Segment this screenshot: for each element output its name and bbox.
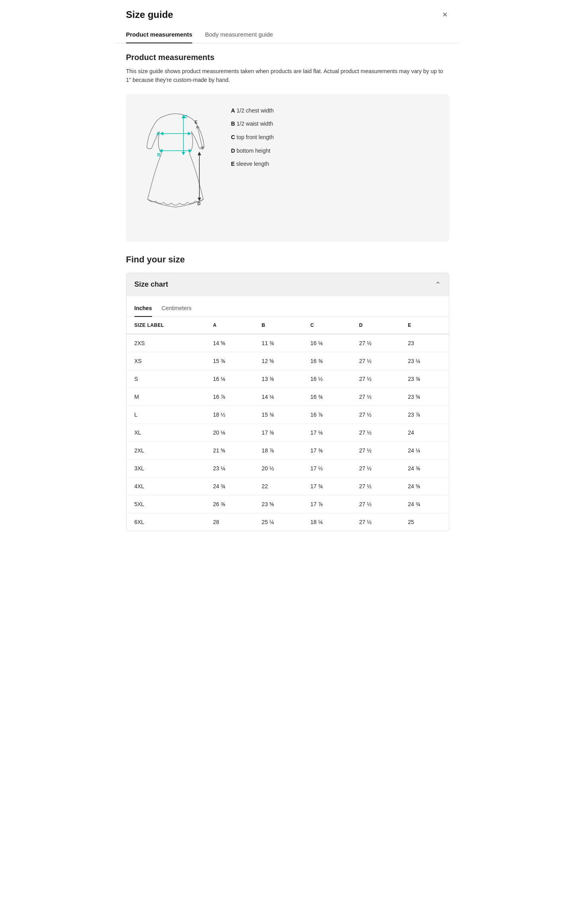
tab-product-measurements[interactable]: Product measurements bbox=[126, 27, 193, 43]
cell-c: 17 ½ bbox=[302, 459, 351, 477]
cell-b: 14 ⅛ bbox=[254, 388, 302, 406]
cell-d: 27 ½ bbox=[351, 370, 400, 388]
cell-d: 27 ½ bbox=[351, 388, 400, 406]
product-description: This size guide shows product measuremen… bbox=[126, 67, 449, 85]
legend-item-a: A 1/2 chest width bbox=[231, 107, 274, 115]
cell-d: 27 ½ bbox=[351, 459, 400, 477]
cell-a: 16 ⅞ bbox=[205, 388, 253, 406]
cell-d: 27 ½ bbox=[351, 513, 400, 531]
cell-e: 23 ⅞ bbox=[400, 406, 448, 423]
unit-tab-inches[interactable]: Inches bbox=[134, 302, 152, 317]
svg-text:C: C bbox=[184, 114, 187, 119]
col-header-c: C bbox=[302, 317, 351, 334]
diagram-box: A B C D E bbox=[126, 94, 449, 242]
cell-e: 23 ¼ bbox=[400, 352, 448, 370]
col-header-e: E bbox=[400, 317, 448, 334]
cell-c: 16 ⅛ bbox=[302, 334, 351, 352]
cell-e: 25 bbox=[400, 513, 448, 531]
legend-item-b: B 1/2 waist width bbox=[231, 120, 274, 128]
find-size-title: Find your size bbox=[126, 254, 449, 265]
cell-size: 3XL bbox=[127, 459, 205, 477]
table-row: XS15 ⅜12 ⅝16 ⅜27 ½23 ¼ bbox=[127, 352, 449, 370]
table-row: M16 ⅞14 ⅛16 ¾27 ½23 ⅝ bbox=[127, 388, 449, 406]
cell-a: 23 ¼ bbox=[205, 459, 253, 477]
col-header-a: A bbox=[205, 317, 253, 334]
table-header-row: SIZE LABEL A B C D E bbox=[127, 317, 449, 334]
content-area: Product measurements This size guide sho… bbox=[117, 43, 459, 544]
cell-a: 15 ⅜ bbox=[205, 352, 253, 370]
svg-text:A: A bbox=[156, 131, 160, 136]
cell-c: 16 ½ bbox=[302, 370, 351, 388]
modal-header: Size guide × bbox=[117, 0, 459, 27]
cell-size: 2XL bbox=[127, 441, 205, 459]
section-title: Product measurements bbox=[126, 53, 449, 62]
cell-size: 5XL bbox=[127, 495, 205, 513]
size-table: SIZE LABEL A B C D E 2XS14 ⅝11 ¾16 ⅛27 ½… bbox=[127, 317, 449, 531]
svg-text:B: B bbox=[157, 152, 160, 157]
tab-bar: Product measurements Body measurement gu… bbox=[117, 27, 459, 43]
dress-diagram: A B C D E bbox=[136, 104, 215, 232]
cell-c: 17 ¾ bbox=[302, 477, 351, 495]
cell-d: 27 ½ bbox=[351, 495, 400, 513]
cell-a: 28 bbox=[205, 513, 253, 531]
cell-b: 18 ⅞ bbox=[254, 441, 302, 459]
cell-e: 24 ¾ bbox=[400, 495, 448, 513]
table-row: XL20 ⅛17 ⅜17 ⅛27 ½24 bbox=[127, 423, 449, 441]
table-row: 6XL2825 ¼18 ⅛27 ½25 bbox=[127, 513, 449, 531]
unit-tab-bar: Inches Centimeters bbox=[127, 296, 449, 317]
svg-text:D: D bbox=[197, 201, 201, 206]
modal-title: Size guide bbox=[126, 9, 173, 20]
cell-b: 23 ⅝ bbox=[254, 495, 302, 513]
cell-e: 23 bbox=[400, 334, 448, 352]
cell-b: 20 ½ bbox=[254, 459, 302, 477]
cell-a: 21 ⅝ bbox=[205, 441, 253, 459]
cell-d: 27 ½ bbox=[351, 352, 400, 370]
cell-c: 16 ⅞ bbox=[302, 406, 351, 423]
cell-size: 6XL bbox=[127, 513, 205, 531]
svg-text:E: E bbox=[195, 120, 197, 124]
cell-size: S bbox=[127, 370, 205, 388]
cell-e: 23 ⅝ bbox=[400, 388, 448, 406]
cell-c: 17 ⅞ bbox=[302, 495, 351, 513]
table-row: S16 ⅛13 ⅜16 ½27 ½23 ⅜ bbox=[127, 370, 449, 388]
cell-b: 17 ⅜ bbox=[254, 423, 302, 441]
cell-a: 14 ⅝ bbox=[205, 334, 253, 352]
cell-a: 20 ⅛ bbox=[205, 423, 253, 441]
cell-d: 27 ½ bbox=[351, 477, 400, 495]
table-row: 2XL21 ⅝18 ⅞17 ⅜27 ½24 ¼ bbox=[127, 441, 449, 459]
cell-c: 16 ⅜ bbox=[302, 352, 351, 370]
chevron-up-icon[interactable]: ⌃ bbox=[435, 280, 441, 289]
col-header-b: B bbox=[254, 317, 302, 334]
size-chart-container: Size chart ⌃ Inches Centimeters SIZE LAB… bbox=[126, 273, 449, 531]
close-button[interactable]: × bbox=[441, 9, 449, 21]
cell-b: 11 ¾ bbox=[254, 334, 302, 352]
unit-tab-centimeters[interactable]: Centimeters bbox=[162, 302, 191, 317]
cell-d: 27 ½ bbox=[351, 441, 400, 459]
cell-e: 24 ⅜ bbox=[400, 459, 448, 477]
cell-e: 24 ⅝ bbox=[400, 477, 448, 495]
table-row: L18 ½15 ¾16 ⅞27 ½23 ⅞ bbox=[127, 406, 449, 423]
table-row: 3XL23 ¼20 ½17 ½27 ½24 ⅜ bbox=[127, 459, 449, 477]
cell-c: 17 ⅜ bbox=[302, 441, 351, 459]
cell-c: 17 ⅛ bbox=[302, 423, 351, 441]
size-chart-header: Size chart ⌃ bbox=[127, 273, 449, 296]
col-header-size: SIZE LABEL bbox=[127, 317, 205, 334]
cell-e: 24 bbox=[400, 423, 448, 441]
table-row: 5XL26 ⅜23 ⅝17 ⅞27 ½24 ¾ bbox=[127, 495, 449, 513]
cell-size: L bbox=[127, 406, 205, 423]
cell-a: 26 ⅜ bbox=[205, 495, 253, 513]
cell-c: 18 ⅛ bbox=[302, 513, 351, 531]
cell-size: M bbox=[127, 388, 205, 406]
cell-size: XS bbox=[127, 352, 205, 370]
cell-size: XL bbox=[127, 423, 205, 441]
measurement-legend: A 1/2 chest width B 1/2 waist width C to… bbox=[231, 104, 274, 168]
tab-body-measurement-guide[interactable]: Body measurement guide bbox=[205, 27, 273, 43]
cell-c: 16 ¾ bbox=[302, 388, 351, 406]
cell-e: 23 ⅜ bbox=[400, 370, 448, 388]
cell-b: 12 ⅝ bbox=[254, 352, 302, 370]
cell-b: 22 bbox=[254, 477, 302, 495]
legend-item-c: C top front length bbox=[231, 134, 274, 142]
cell-b: 13 ⅜ bbox=[254, 370, 302, 388]
cell-d: 27 ½ bbox=[351, 423, 400, 441]
cell-size: 2XS bbox=[127, 334, 205, 352]
